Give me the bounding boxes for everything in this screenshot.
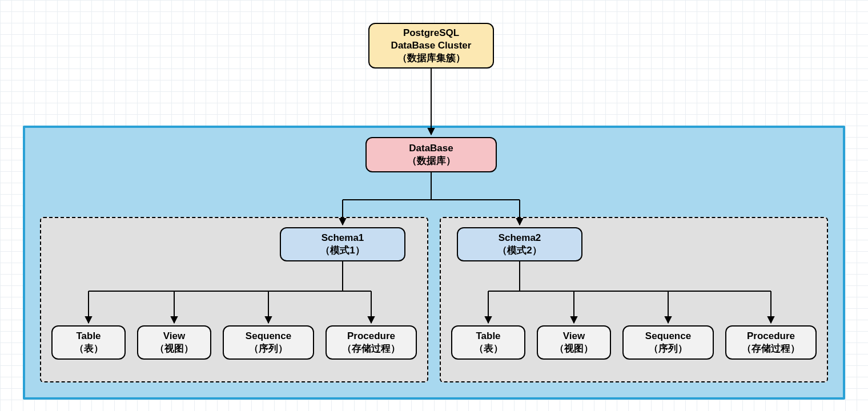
cluster-node: PostgreSQL DataBase Cluster （数据库集簇） — [368, 23, 494, 68]
cluster-title: PostgreSQL — [403, 27, 459, 39]
s1-procedure-node: Procedure （存储过程） — [326, 325, 417, 360]
s2-view-cn: （视图） — [554, 342, 593, 355]
schema1-cn: （模式1） — [320, 244, 364, 257]
s2-table-node: Table （表） — [451, 325, 525, 360]
s2-sequence-title: Sequence — [645, 330, 691, 342]
diagram-canvas: PostgreSQL DataBase Cluster （数据库集簇） Data… — [0, 0, 868, 411]
s1-table-cn: （表） — [74, 342, 103, 355]
schema1-node: Schema1 （模式1） — [280, 227, 405, 261]
cluster-cn: （数据库集簇） — [397, 52, 465, 65]
s1-procedure-title: Procedure — [347, 330, 395, 342]
s1-table-node: Table （表） — [51, 325, 126, 360]
s2-sequence-cn: （序列） — [649, 342, 688, 355]
s2-view-node: View （视图） — [537, 325, 611, 360]
s1-sequence-node: Sequence （序列） — [223, 325, 314, 360]
s1-sequence-cn: （序列） — [249, 342, 288, 355]
schema1-title: Schema1 — [322, 232, 364, 244]
s2-procedure-node: Procedure （存储过程） — [725, 325, 817, 360]
s1-procedure-cn: （存储过程） — [342, 342, 400, 355]
s1-table-title: Table — [76, 330, 101, 342]
s1-view-node: View （视图） — [137, 325, 211, 360]
s2-procedure-title: Procedure — [747, 330, 795, 342]
schema2-title: Schema2 — [499, 232, 541, 244]
schema2-node: Schema2 （模式2） — [457, 227, 582, 261]
database-node: DataBase （数据库） — [365, 137, 497, 172]
s1-view-cn: （视图） — [155, 342, 194, 355]
database-cn: （数据库） — [407, 155, 456, 167]
s1-view-title: View — [163, 330, 185, 342]
cluster-subtitle: DataBase Cluster — [391, 39, 472, 52]
s2-procedure-cn: （存储过程） — [742, 342, 800, 355]
s1-sequence-title: Sequence — [246, 330, 291, 342]
database-title: DataBase — [409, 142, 453, 155]
schema2-cn: （模式2） — [497, 244, 541, 257]
s2-table-title: Table — [476, 330, 500, 342]
s2-sequence-node: Sequence （序列） — [622, 325, 714, 360]
s2-table-cn: （表） — [474, 342, 503, 355]
s2-view-title: View — [563, 330, 585, 342]
